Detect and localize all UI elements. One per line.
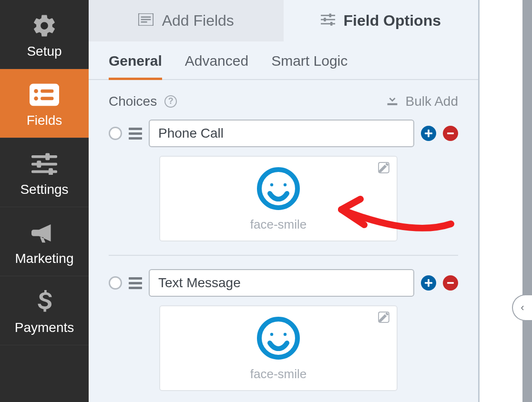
svg-rect-12: [141, 17, 151, 18]
options-content: Choices ? Bulk Add: [89, 80, 478, 402]
sidebar-item-label: Payments: [15, 320, 74, 335]
subtab-smart-logic[interactable]: Smart Logic: [271, 53, 348, 79]
sliders-icon: [321, 12, 335, 30]
svg-rect-5: [31, 155, 57, 158]
download-icon: [386, 93, 399, 109]
fields-icon: [30, 80, 59, 109]
svg-rect-10: [49, 168, 53, 175]
edit-icon[interactable]: [378, 161, 390, 176]
choice-item: face-smile: [109, 269, 458, 402]
gear-icon: [31, 11, 57, 40]
svg-rect-22: [425, 133, 432, 135]
sidebar-item-settings[interactable]: Settings: [0, 138, 89, 207]
choice-label-input[interactable]: [149, 120, 414, 147]
sidebar-item-label: Settings: [20, 182, 68, 197]
sidebar-item-setup[interactable]: Setup: [0, 0, 89, 69]
help-icon[interactable]: ?: [164, 95, 177, 108]
tab-add-fields[interactable]: Add Fields: [89, 0, 284, 41]
chevron-left-icon: ‹: [521, 302, 524, 314]
svg-rect-20: [330, 22, 332, 26]
choice-image-label: face-smile: [250, 367, 307, 382]
section-title: Choices: [109, 94, 157, 109]
field-options-panel: Add Fields Field Options General Advance…: [89, 0, 480, 402]
drag-handle-icon[interactable]: [129, 277, 142, 289]
svg-rect-7: [31, 171, 57, 173]
svg-rect-14: [141, 21, 147, 23]
tab-label: Field Options: [344, 12, 441, 30]
default-radio[interactable]: [109, 276, 122, 290]
choice-image-card[interactable]: face-smile: [159, 305, 398, 391]
choice-image-label: face-smile: [250, 217, 307, 232]
svg-rect-16: [321, 19, 335, 20]
megaphone-icon: [31, 219, 57, 247]
panel-top-tabs: Add Fields Field Options: [89, 0, 478, 41]
svg-rect-18: [329, 14, 331, 18]
svg-rect-15: [321, 15, 335, 16]
svg-rect-8: [45, 153, 50, 161]
choices-header: Choices ? Bulk Add: [109, 93, 458, 109]
svg-rect-13: [141, 19, 151, 20]
face-smile-icon: [256, 315, 301, 363]
svg-point-3: [34, 96, 38, 100]
bulk-add-label: Bulk Add: [405, 94, 458, 109]
svg-point-32: [259, 319, 297, 357]
svg-rect-23: [447, 133, 454, 135]
remove-choice-button[interactable]: [443, 275, 458, 291]
right-gutter: ‹: [522, 0, 532, 402]
choice-item: face-smile: [109, 120, 458, 256]
left-sidebar: Setup Fields Settings Marketing Payments: [0, 0, 89, 402]
svg-point-1: [34, 89, 38, 93]
svg-rect-19: [324, 18, 326, 21]
add-choice-button[interactable]: [421, 126, 436, 141]
tab-field-options[interactable]: Field Options: [284, 0, 479, 41]
add-choice-button[interactable]: [421, 275, 436, 291]
svg-rect-6: [31, 163, 57, 166]
sliders-icon: [31, 150, 57, 178]
face-smile-icon: [256, 166, 301, 213]
sidebar-item-marketing[interactable]: Marketing: [0, 207, 89, 276]
bulk-add-button[interactable]: Bulk Add: [386, 93, 458, 109]
svg-point-33: [270, 333, 273, 336]
svg-rect-0: [30, 84, 59, 106]
svg-rect-29: [425, 282, 432, 284]
svg-rect-17: [321, 23, 335, 25]
drag-handle-icon[interactable]: [129, 128, 142, 140]
svg-rect-4: [41, 97, 53, 100]
svg-rect-30: [447, 282, 454, 284]
subtab-advanced[interactable]: Advanced: [185, 53, 248, 79]
svg-point-25: [259, 170, 297, 208]
svg-point-26: [270, 183, 273, 186]
svg-point-27: [284, 183, 286, 186]
form-icon: [138, 12, 153, 30]
svg-rect-2: [41, 90, 53, 93]
sidebar-item-payments[interactable]: Payments: [0, 276, 89, 345]
choice-image-card[interactable]: face-smile: [159, 156, 398, 241]
tab-label: Add Fields: [162, 12, 234, 30]
dollar-icon: [36, 288, 52, 316]
sidebar-item-fields[interactable]: Fields: [0, 69, 89, 138]
svg-point-34: [284, 333, 286, 336]
subtab-general[interactable]: General: [109, 53, 162, 80]
sidebar-item-label: Marketing: [15, 251, 74, 266]
default-radio[interactable]: [109, 127, 122, 140]
sub-tabs: General Advanced Smart Logic: [89, 41, 478, 80]
sidebar-item-label: Fields: [27, 113, 62, 128]
sidebar-item-label: Setup: [27, 44, 61, 59]
svg-rect-9: [37, 161, 41, 168]
remove-choice-button[interactable]: [443, 126, 458, 141]
choice-label-input[interactable]: [149, 269, 414, 297]
edit-icon[interactable]: [378, 311, 390, 325]
canvas-area: [480, 0, 522, 402]
